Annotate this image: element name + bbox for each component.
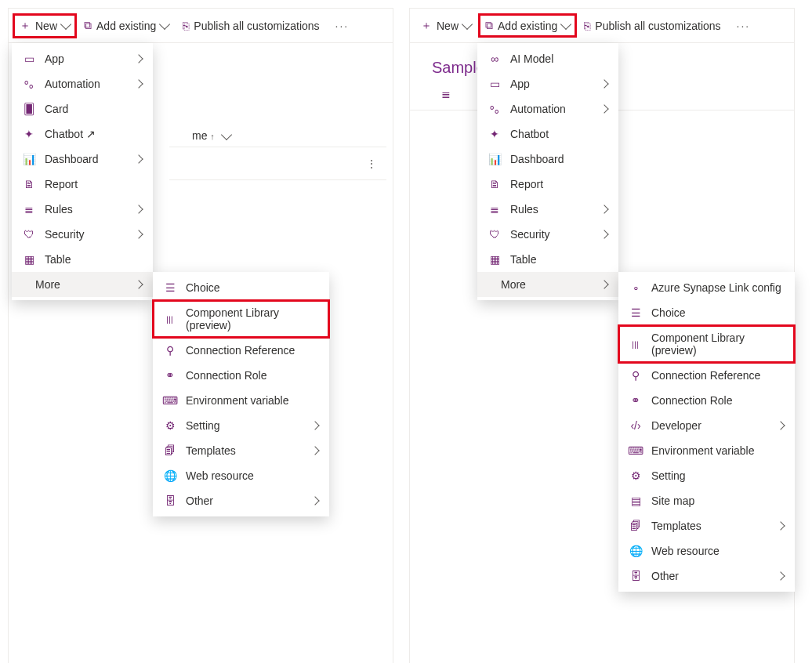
chevron-right-icon — [776, 521, 785, 530]
add-existing-button[interactable]: ⧉ Add existing — [78, 14, 175, 37]
new-button[interactable]: ＋ New — [415, 14, 477, 38]
menu-item-report[interactable]: 🗎Report — [12, 172, 153, 197]
menu-item-report[interactable]: 🗎Report — [477, 172, 618, 197]
dashboard-icon: 📊 — [23, 153, 35, 165]
menu-item-chatbot[interactable]: ✦Chatbot ↗ — [12, 121, 153, 147]
chevron-right-icon — [134, 79, 143, 88]
envvar-icon: ⌨ — [164, 394, 176, 407]
submenu-item-other[interactable]: 🗄Other — [618, 563, 795, 589]
webres-icon: 🌐 — [629, 545, 642, 557]
submenu-item-web-resource[interactable]: 🌐Web resource — [618, 538, 795, 563]
setting-icon: ⚙ — [629, 469, 642, 482]
chatbot-icon: ✦ — [488, 128, 501, 140]
submenu-item-choice[interactable]: ☰Choice — [153, 275, 329, 300]
submenu-item-label: Component Library (preview) — [651, 332, 784, 357]
menu-item-label: Table — [45, 253, 142, 266]
publish-label: Publish all customizations — [595, 20, 720, 32]
overflow-button[interactable]: ··· — [729, 15, 759, 37]
chevron-down-icon — [462, 19, 473, 30]
menu-item-rules[interactable]: ≣Rules — [477, 197, 618, 222]
add-existing-dropdown: ∞AI Model▭AppᵒₒAutomation✦Chatbot📊Dashbo… — [477, 43, 618, 300]
menu-item-chatbot[interactable]: ✦Chatbot — [477, 121, 618, 147]
table-icon: ▦ — [488, 253, 501, 266]
chevron-down-icon[interactable] — [221, 129, 232, 139]
submenu-item-label: Connection Reference — [186, 344, 318, 357]
menu-item-more[interactable]: More — [477, 272, 618, 297]
submenu-item-connection-role[interactable]: ⚭Connection Role — [618, 388, 795, 413]
menu-item-table[interactable]: ▦Table — [12, 247, 153, 272]
submenu-item-choice[interactable]: ☰Choice — [618, 300, 795, 325]
submenu-item-templates[interactable]: 🗐Templates — [153, 438, 329, 463]
chevron-right-icon — [134, 205, 143, 213]
publish-icon: ⎘ — [183, 20, 189, 32]
menu-item-rules[interactable]: ≣Rules — [12, 197, 153, 222]
list-icon: ≣ — [441, 88, 451, 100]
menu-item-label: App — [510, 78, 592, 90]
menu-item-label: AI Model — [510, 53, 607, 65]
card-icon: 🂠 — [23, 103, 35, 115]
connref-icon: ⚲ — [629, 369, 642, 382]
componentlib-icon: ⫼ — [164, 313, 176, 325]
menu-item-ai-model[interactable]: ∞AI Model — [477, 46, 618, 71]
submenu-item-label: Site map — [651, 495, 784, 507]
menu-item-dashboard[interactable]: 📊Dashboard — [12, 147, 153, 172]
chevron-right-icon — [134, 230, 143, 238]
menu-item-security[interactable]: 🛡Security — [12, 222, 153, 247]
menu-item-label: Rules — [510, 203, 592, 216]
submenu-item-site-map[interactable]: ▤Site map — [618, 488, 795, 513]
plus-icon: ＋ — [421, 19, 432, 33]
chevron-right-icon — [134, 54, 143, 63]
submenu-item-component-library-preview-[interactable]: ⫼Component Library (preview) — [153, 300, 329, 338]
menu-item-security[interactable]: 🛡Security — [477, 222, 618, 247]
submenu-item-connection-reference[interactable]: ⚲Connection Reference — [153, 338, 329, 363]
menu-item-card[interactable]: 🂠Card — [12, 96, 153, 121]
add-existing-button[interactable]: ⧉ Add existing — [479, 14, 576, 37]
submenu-item-component-library-preview-[interactable]: ⫼Component Library (preview) — [618, 325, 795, 363]
menu-item-table[interactable]: ▦Table — [477, 247, 618, 272]
add-existing-label: Add existing — [96, 20, 156, 32]
plus-icon: ＋ — [20, 19, 31, 33]
submenu-item-web-resource[interactable]: 🌐Web resource — [153, 463, 329, 488]
aimodel-icon: ∞ — [488, 53, 501, 65]
menu-item-automation[interactable]: ᵒₒAutomation — [477, 96, 618, 121]
submenu-item-label: Choice — [651, 306, 784, 319]
submenu-item-setting[interactable]: ⚙Setting — [153, 413, 329, 438]
menu-item-more[interactable]: More — [12, 272, 153, 297]
synapse-icon: ∘ — [629, 281, 642, 294]
menu-item-automation[interactable]: ᵒₒAutomation — [12, 71, 153, 96]
publish-button[interactable]: ⎘ Publish all customizations — [176, 15, 325, 37]
sitemap-icon: ▤ — [629, 495, 642, 507]
submenu-item-label: Connection Reference — [651, 369, 784, 382]
menu-item-app[interactable]: ▭App — [12, 46, 153, 71]
chevron-right-icon — [600, 230, 608, 238]
submenu-item-label: Setting — [186, 419, 303, 432]
automation-icon: ᵒₒ — [23, 78, 35, 90]
app-icon: ▭ — [23, 53, 35, 65]
submenu-item-label: Web resource — [186, 469, 318, 482]
submenu-item-environment-variable[interactable]: ⌨Environment variable — [618, 438, 795, 463]
submenu-item-azure-synapse-link-config[interactable]: ∘Azure Synapse Link config — [618, 275, 795, 300]
submenu-item-environment-variable[interactable]: ⌨Environment variable — [153, 388, 329, 413]
left-panel: ＋ New ⧉ Add existing ⎘ Publish all custo… — [8, 8, 393, 663]
envvar-icon: ⌨ — [629, 444, 642, 457]
submenu-item-connection-role[interactable]: ⚭Connection Role — [153, 363, 329, 388]
overflow-button[interactable]: ··· — [328, 15, 357, 37]
publish-button[interactable]: ⎘ Publish all customizations — [578, 15, 727, 37]
new-button[interactable]: ＋ New — [13, 14, 76, 38]
rules-icon: ≣ — [488, 203, 501, 216]
security-icon: 🛡 — [23, 228, 35, 241]
connrole-icon: ⚭ — [164, 369, 176, 382]
submenu-item-connection-reference[interactable]: ⚲Connection Reference — [618, 363, 795, 388]
submenu-item-setting[interactable]: ⚙Setting — [618, 463, 795, 488]
name-column[interactable]: me ↑ — [192, 129, 215, 142]
submenu-item-templates[interactable]: 🗐Templates — [618, 513, 795, 538]
add-existing-icon: ⧉ — [485, 19, 493, 32]
row-actions-button[interactable]: ⋮ — [366, 158, 375, 170]
menu-item-app[interactable]: ▭App — [477, 71, 618, 96]
submenu-item-other[interactable]: 🗄Other — [153, 488, 329, 513]
chevron-right-icon — [600, 205, 608, 213]
submenu-item-developer[interactable]: ‹/›Developer — [618, 413, 795, 438]
add-existing-icon: ⧉ — [84, 19, 92, 32]
menu-item-dashboard[interactable]: 📊Dashboard — [477, 147, 618, 172]
new-label: New — [35, 20, 57, 32]
